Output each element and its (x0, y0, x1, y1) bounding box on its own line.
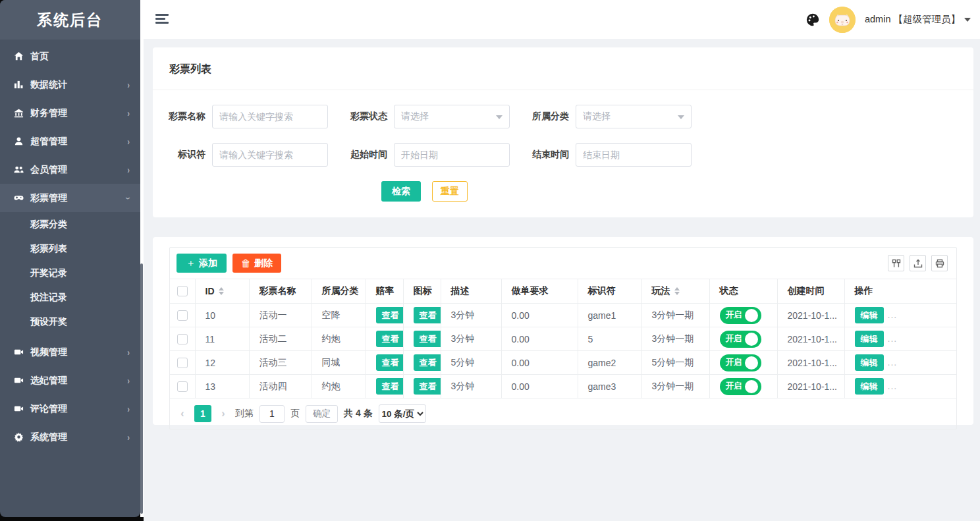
filter-columns-icon (892, 259, 901, 268)
chevron-right-icon: › (127, 80, 130, 90)
current-page-button[interactable]: 1 (194, 405, 211, 422)
edit-button[interactable]: 编辑 (855, 307, 884, 323)
sidebar-item-finance[interactable]: 财务管理 › (0, 99, 140, 127)
filter-columns-button[interactable] (888, 255, 904, 271)
view-odds-button[interactable]: 查看 (376, 307, 404, 323)
status-toggle[interactable]: 开启 (720, 307, 761, 324)
sidebar-item-superadmin[interactable]: 超管管理 › (0, 127, 140, 155)
sidebar-item-comments[interactable]: 评论管理 › (0, 395, 140, 423)
view-icon-button[interactable]: 查看 (414, 354, 441, 371)
view-odds-button[interactable]: 查看 (376, 331, 404, 347)
category-label: 所属分类 (516, 111, 576, 123)
app-logo: 系统后台 (0, 0, 140, 40)
goto-prefix: 到第 (235, 408, 254, 420)
view-odds-button[interactable]: 查看 (376, 354, 404, 371)
video-camera-icon (13, 404, 24, 414)
sidebar-item-lottery[interactable]: 彩票管理 › (0, 184, 140, 212)
next-page-button[interactable]: › (217, 408, 229, 420)
sidebar-subitem-bet-records[interactable]: 投注记录 (0, 285, 140, 310)
view-icon-button[interactable]: 查看 (414, 331, 441, 347)
caret-down-icon (964, 18, 971, 22)
collapse-menu-icon[interactable] (155, 14, 169, 24)
lottery-name-label: 彩票名称 (153, 111, 212, 123)
user-avatar[interactable] (829, 7, 856, 33)
sidebar-subitem-draw-records[interactable]: 开奖记录 (0, 261, 140, 285)
sidebar-item-video[interactable]: 视频管理 › (0, 338, 140, 366)
chevron-right-icon: › (127, 375, 130, 386)
top-bar: admin 【超级管理员】 (144, 0, 980, 39)
video-camera-icon (13, 375, 24, 386)
view-icon-button[interactable]: 查看 (414, 307, 441, 323)
sidebar-subitem-lottery-category[interactable]: 彩票分类 (0, 212, 140, 236)
search-button[interactable]: 检索 (381, 181, 421, 202)
chevron-down-icon: › (123, 197, 134, 200)
row-checkbox[interactable] (177, 310, 188, 321)
table-row: 10 活动一 空降 查看 查看 3分钟 0.00 game1 3分钟一期 开启 … (170, 304, 956, 327)
reset-button[interactable]: 重置 (432, 181, 468, 202)
toggle-knob (745, 309, 758, 322)
view-icon-button[interactable]: 查看 (414, 378, 441, 395)
theme-palette-icon[interactable] (805, 13, 820, 27)
pagination: ‹ 1 › 到第 页 确定 共 4 条 10 条/页 (170, 398, 956, 429)
row-checkbox[interactable] (177, 334, 188, 344)
user-menu[interactable]: admin 【超级管理员】 (865, 13, 971, 26)
status-toggle[interactable]: 开启 (720, 354, 761, 371)
lottery-status-label: 彩票状态 (335, 111, 394, 123)
edit-button[interactable]: 编辑 (855, 331, 884, 347)
gear-icon (13, 432, 24, 443)
lottery-table: ID 彩票名称 所属分类 赔率 图标 描述 做单要求 标识符 玩法 状态 创建时… (170, 279, 956, 398)
lottery-name-input[interactable] (219, 111, 321, 122)
user-icon (13, 136, 24, 147)
sidebar-scrollbar-thumb[interactable] (140, 263, 143, 514)
goto-page-input[interactable] (259, 405, 285, 423)
status-toggle[interactable]: 开启 (720, 331, 761, 348)
per-page-select[interactable]: 10 条/页 (379, 404, 426, 423)
edit-button[interactable]: 编辑 (855, 354, 884, 371)
start-date-input[interactable] (401, 150, 503, 160)
sort-play-icon[interactable] (674, 287, 680, 295)
print-icon (935, 259, 944, 268)
edit-button[interactable]: 编辑 (855, 378, 884, 395)
prev-page-button[interactable]: ‹ (177, 408, 188, 420)
lottery-status-select[interactable]: 请选择 (394, 105, 510, 128)
confirm-page-button[interactable]: 确定 (306, 405, 338, 423)
status-toggle[interactable]: 开启 (720, 378, 761, 395)
sort-id-icon[interactable] (219, 287, 224, 295)
delete-button[interactable]: 🗑 删除 (232, 254, 281, 273)
sidebar-item-stats[interactable]: 数据统计 › (0, 70, 140, 99)
sidebar-subitem-preset-draw[interactable]: 预设开奖 (0, 310, 140, 334)
row-checkbox[interactable] (177, 381, 188, 392)
more-actions: ... (888, 357, 898, 368)
table-header-row: ID 彩票名称 所属分类 赔率 图标 描述 做单要求 标识符 玩法 状态 创建时… (170, 279, 956, 304)
more-actions: ... (888, 310, 898, 320)
chevron-right-icon: › (127, 108, 130, 119)
export-button[interactable] (910, 255, 926, 271)
row-checkbox[interactable] (177, 358, 188, 368)
table-row: 11 活动二 约炮 查看 查看 3分钟 0.00 5 3分钟一期 开启 2021… (170, 327, 956, 351)
bar-chart-icon (13, 80, 24, 90)
more-actions: ... (888, 333, 898, 344)
chevron-right-icon: › (127, 347, 130, 358)
identifier-label: 标识符 (153, 149, 212, 161)
plus-icon: ＋ (186, 257, 196, 269)
sidebar-item-system[interactable]: 系统管理 › (0, 423, 140, 451)
print-button[interactable] (931, 255, 948, 271)
sidebar-subitem-lottery-list[interactable]: 彩票列表 (0, 236, 140, 261)
more-actions: ... (888, 381, 898, 391)
end-time-label: 结束时间 (516, 149, 576, 161)
users-icon (13, 165, 24, 175)
sidebar-item-members[interactable]: 会员管理 › (0, 155, 140, 184)
sidebar-item-home[interactable]: 首页 (0, 42, 140, 70)
trash-icon: 🗑 (241, 258, 251, 269)
category-select[interactable]: 请选择 (576, 105, 692, 128)
sidebar: 系统后台 首页 数据统计 › 财务管理 › 超管管理 › (0, 0, 140, 517)
end-date-input[interactable] (583, 150, 684, 160)
table-row: 12 活动三 同城 查看 查看 5分钟 0.00 game2 5分钟一期 开启 … (170, 351, 956, 375)
view-odds-button[interactable]: 查看 (376, 378, 404, 395)
add-button[interactable]: ＋ 添加 (177, 254, 227, 273)
select-all-checkbox[interactable] (177, 286, 188, 296)
identifier-input[interactable] (219, 150, 321, 160)
page-title: 彩票列表 (153, 47, 973, 90)
goto-suffix: 页 (290, 408, 300, 420)
sidebar-item-xuanfei[interactable]: 选妃管理 › (0, 366, 140, 395)
